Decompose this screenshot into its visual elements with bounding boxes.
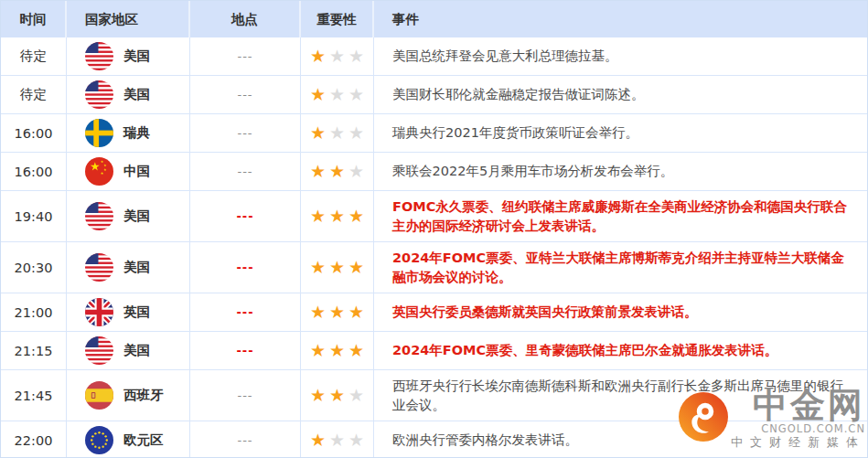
col-header-location: 地点 (190, 1, 301, 37)
us-flag-icon (85, 336, 113, 365)
location-value: --- (237, 433, 252, 447)
country-name: 英国 (123, 304, 150, 321)
location-value: --- (236, 305, 253, 319)
economic-calendar-table: 时间 国家地区 地点 重要性 事件 待定 美国 --- ★★★ 美国总统拜登会见… (0, 0, 868, 458)
watermark-domain: CNGOLD.COM.CN (761, 423, 865, 435)
country-name: 美国 (123, 259, 150, 276)
star-icon: ★ (310, 387, 326, 404)
country-cell: 美国 (67, 76, 190, 113)
country-name: 中国 (123, 163, 150, 180)
star-icon: ★ (348, 304, 364, 321)
star-icon: ★ (348, 163, 364, 180)
table-row[interactable]: 16:00 中国 --- ★★★ 乘联会2022年5月乘用车市场分析发布会举行。 (1, 153, 867, 191)
us-flag-icon (85, 80, 113, 109)
country-cell: 中国 (67, 153, 190, 190)
event-time: 20:30 (15, 261, 53, 275)
event-time: 待定 (20, 86, 47, 103)
star-icon: ★ (329, 387, 345, 404)
event-time: 19:40 (15, 209, 53, 224)
event-time: 16:00 (15, 165, 53, 179)
cngold-watermark: 中金网 CNGOLD.COM.CN 中文财经新媒体 (679, 387, 865, 450)
uk-flag-icon (85, 298, 113, 326)
table-row[interactable]: 19:40 美国 --- ★★★ FOMC永久票委、纽约联储主席威廉姆斯在全美商… (1, 191, 867, 242)
event-description: 2024年FOMC票委、里奇蒙德联储主席巴尔金就通胀发表讲话。 (392, 341, 777, 360)
star-icon: ★ (310, 163, 326, 180)
table-row[interactable]: 21:00 英国 --- ★★★ 英国央行委员桑德斯就英国央行政策前景发表讲话。 (1, 293, 867, 332)
importance-rating: ★★★ (301, 37, 374, 75)
star-icon: ★ (310, 259, 326, 276)
country-cell: 西班牙 (67, 370, 190, 421)
location-value: --- (237, 126, 252, 140)
star-icon: ★ (329, 124, 345, 142)
importance-rating: ★★★ (301, 332, 374, 369)
star-icon: ★ (348, 342, 364, 359)
event-time: 16:00 (15, 126, 53, 141)
col-header-importance: 重要性 (301, 1, 374, 37)
country-name: 西班牙 (123, 387, 164, 404)
star-icon: ★ (329, 342, 345, 359)
importance-rating: ★★★ (301, 242, 374, 293)
location-value: --- (237, 165, 252, 178)
country-name: 美国 (123, 342, 150, 359)
us-flag-icon (85, 202, 113, 230)
star-icon: ★ (310, 86, 326, 103)
us-flag-icon (85, 253, 113, 282)
country-name: 美国 (123, 48, 150, 65)
event-description: 乘联会2022年5月乘用车市场分析发布会举行。 (392, 162, 673, 181)
star-icon: ★ (310, 342, 326, 359)
country-cell: 英国 (67, 293, 190, 331)
watermark-tagline: 中文财经新媒体 (731, 435, 865, 450)
star-icon: ★ (310, 208, 326, 225)
star-icon: ★ (348, 387, 364, 404)
star-icon: ★ (310, 431, 326, 449)
importance-rating: ★★★ (301, 191, 374, 241)
table-row[interactable]: 待定 美国 --- ★★★ 美国财长耶伦就金融稳定报告做证词陈述。 (1, 76, 867, 114)
country-cell: 美国 (67, 332, 190, 369)
star-icon: ★ (329, 163, 345, 180)
location-value: --- (236, 261, 253, 274)
table-row[interactable]: 21:15 美国 --- ★★★ 2024年FOMC票委、里奇蒙德联储主席巴尔金… (1, 332, 867, 370)
eu-flag-icon (85, 426, 113, 454)
country-cell: 美国 (67, 242, 190, 293)
spain-flag-icon (85, 381, 113, 410)
star-icon: ★ (310, 304, 326, 321)
event-time: 21:45 (15, 389, 53, 403)
table-row[interactable]: 20:30 美国 --- ★★★ 2024年FOMC票委、亚特兰大联储主席博斯蒂… (1, 242, 867, 293)
country-cell: 欧元区 (67, 421, 190, 458)
importance-rating: ★★★ (301, 293, 374, 331)
event-time: 待定 (20, 48, 47, 65)
location-value: --- (237, 88, 252, 101)
cngold-logo-icon (679, 392, 728, 445)
event-description: 美国财长耶伦就金融稳定报告做证词陈述。 (392, 85, 645, 104)
watermark-brand: 中金网 (753, 387, 865, 423)
country-name: 美国 (123, 208, 150, 225)
star-icon: ★ (348, 48, 364, 65)
event-description: 2024年FOMC票委、亚特兰大联储主席博斯蒂克介绍并主持亚特兰大联储金融市场会… (392, 249, 851, 287)
star-icon: ★ (329, 431, 345, 449)
star-icon: ★ (329, 208, 345, 225)
star-icon: ★ (348, 124, 364, 142)
col-header-event: 事件 (374, 1, 867, 37)
star-icon: ★ (348, 208, 364, 225)
table-row[interactable]: 待定 美国 --- ★★★ 美国总统拜登会见意大利总理德拉基。 (1, 37, 867, 76)
location-value: --- (236, 344, 253, 357)
event-time: 21:00 (15, 305, 53, 320)
event-description: FOMC永久票委、纽约联储主席威廉姆斯在全美商业经济协会和德国央行联合主办的国际… (392, 197, 851, 236)
table-row[interactable]: 16:00 瑞典 --- ★★★ 瑞典央行2021年度货币政策听证会举行。 (1, 114, 867, 153)
event-description: 瑞典央行2021年度货币政策听证会举行。 (392, 123, 638, 143)
event-description: 美国总统拜登会见意大利总理德拉基。 (392, 47, 618, 66)
importance-rating: ★★★ (301, 370, 374, 421)
star-icon: ★ (329, 259, 345, 276)
country-cell: 瑞典 (67, 114, 190, 152)
importance-rating: ★★★ (301, 421, 374, 458)
col-header-country: 国家地区 (67, 1, 190, 37)
event-time: 22:00 (15, 433, 53, 448)
country-name: 欧元区 (123, 431, 164, 449)
table-header-row: 时间 国家地区 地点 重要性 事件 (1, 1, 867, 37)
star-icon: ★ (329, 48, 345, 65)
china-flag-icon (85, 157, 113, 186)
location-value: --- (236, 209, 253, 223)
country-cell: 美国 (67, 191, 190, 241)
event-description: 欧洲央行管委内格尔发表讲话。 (392, 431, 578, 450)
country-name: 美国 (123, 86, 150, 103)
